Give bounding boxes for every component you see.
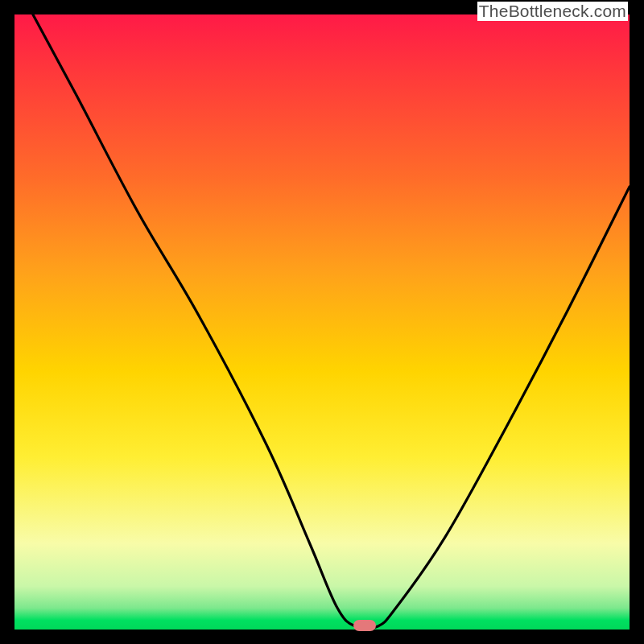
attribution-label: TheBottleneck.com: [477, 2, 628, 21]
chart-frame: TheBottleneck.com: [0, 0, 644, 644]
curve-svg: [14, 14, 630, 630]
optimal-marker: [353, 620, 376, 631]
bottleneck-curve-path: [33, 14, 630, 629]
